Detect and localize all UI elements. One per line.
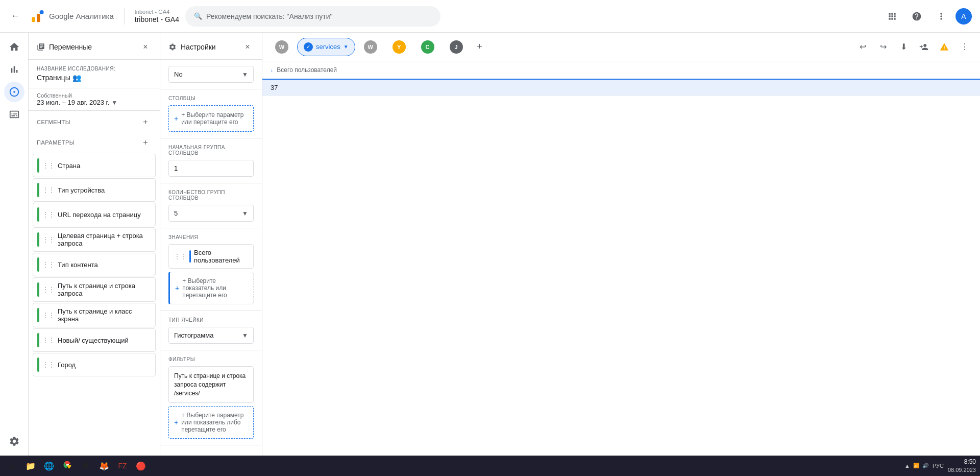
param-drag-handle: ⋮⋮ bbox=[42, 261, 55, 268]
cell-type-label: ТИП ЯЧЕЙКИ bbox=[168, 317, 254, 323]
sidebar-item-home[interactable] bbox=[4, 37, 24, 57]
param-label: Путь к странице и класс экрана bbox=[58, 307, 151, 323]
param-drag-handle: ⋮⋮ bbox=[42, 361, 55, 368]
tab-w1[interactable]: W bbox=[268, 36, 295, 58]
values-drop-target[interactable]: + + Выберите показатель или перетащите е… bbox=[168, 272, 254, 304]
add-tab-button[interactable]: + bbox=[472, 39, 488, 55]
param-item[interactable]: ⋮⋮ Целевая страница + строка запроса bbox=[33, 227, 156, 252]
start-group-input[interactable] bbox=[168, 160, 254, 177]
tab-w2[interactable]: W bbox=[357, 36, 384, 58]
param-item[interactable]: ⋮⋮ Путь к странице и строка запроса bbox=[33, 277, 156, 302]
param-item[interactable]: ⋮⋮ Тип устройства bbox=[33, 178, 156, 202]
cell-type-dropdown[interactable]: Гистограмма ▼ bbox=[168, 327, 254, 344]
filter-item[interactable]: Путь к странице и строка запроса содержи… bbox=[168, 366, 254, 403]
user-avatar[interactable]: A bbox=[955, 8, 972, 25]
download-button[interactable]: ⬇ bbox=[894, 38, 913, 56]
settings-close-button[interactable]: × bbox=[241, 41, 254, 53]
sidebar-item-advertising[interactable] bbox=[4, 104, 24, 125]
param-label: Страна bbox=[58, 162, 80, 170]
taskbar-opera[interactable]: 🔴 bbox=[133, 458, 149, 474]
settings-panel: Настройки × No ▼ СТОЛБЦЫ + + Выберите па… bbox=[160, 33, 262, 456]
variables-header: Переменные × bbox=[29, 33, 160, 60]
settings-panel-icon bbox=[168, 43, 177, 51]
settings-label: Настройки bbox=[181, 43, 216, 51]
param-green-bar bbox=[37, 232, 39, 247]
search-bar[interactable]: 🔍 Рекомендуем поискать: "Анализ пути" bbox=[185, 6, 440, 27]
cell-value: 37 bbox=[271, 84, 278, 91]
value-item-total-users[interactable]: ⋮⋮ Всего пользователей bbox=[168, 244, 254, 269]
segments-header: СЕГМЕНТЫ + bbox=[29, 111, 160, 131]
add-param-button[interactable]: + bbox=[139, 136, 152, 149]
param-item[interactable]: ⋮⋮ Тип контента bbox=[33, 253, 156, 276]
start-group-section: НАЧАЛЬНАЯ ГРУППА СТОЛБЦОВ bbox=[160, 138, 262, 183]
param-item[interactable]: ⋮⋮ Город bbox=[33, 353, 156, 376]
add-segment-button[interactable]: + bbox=[139, 116, 152, 128]
help-icon bbox=[912, 11, 922, 21]
param-label: Тип контента bbox=[58, 261, 98, 269]
sort-icon: ↓ bbox=[271, 67, 273, 73]
taskbar-files[interactable]: 📁 bbox=[22, 458, 39, 474]
property-selector[interactable]: tribonet - GA4 tribonet - GA4 bbox=[135, 9, 179, 24]
main-layout: Переменные × НАЗВАНИЕ ИССЛЕДОВАНИЯ: Стра… bbox=[0, 33, 980, 456]
back-button[interactable]: ← bbox=[8, 9, 22, 23]
columns-placeholder: + Выберите параметр или перетащите его bbox=[181, 111, 248, 126]
date-dropdown-arrow[interactable]: ▼ bbox=[111, 99, 117, 106]
opera-icon: 🔴 bbox=[136, 461, 146, 471]
taskbar-filezilla[interactable]: FZ bbox=[114, 458, 131, 474]
study-name-row: Страницы 👥 bbox=[37, 74, 152, 82]
firefox-icon: 🦊 bbox=[99, 461, 109, 471]
taskbar-chrome[interactable] bbox=[59, 458, 76, 474]
variables-close-button[interactable]: × bbox=[139, 41, 152, 53]
tab-services[interactable]: ✓ services ▼ bbox=[297, 38, 355, 56]
param-green-bar bbox=[37, 358, 39, 372]
taskbar-firefox[interactable]: 🦊 bbox=[96, 458, 112, 474]
num-groups-label: КОЛИЧЕСТВО ГРУПП СТОЛБЦОВ bbox=[168, 189, 254, 201]
tab-right-actions: ↩ ↪ ⬇ ⋮ bbox=[853, 38, 974, 56]
value-drag-handle: ⋮⋮ bbox=[174, 253, 186, 260]
param-label: Целевая страница + строка запроса bbox=[58, 232, 151, 247]
windows-icon: ⊞ bbox=[9, 461, 16, 471]
param-item[interactable]: ⋮⋮ Новый/ существующий bbox=[33, 328, 156, 352]
tab-j[interactable]: J bbox=[443, 36, 470, 58]
total-users-value: 37 bbox=[262, 79, 980, 96]
sidebar-item-reports[interactable] bbox=[4, 59, 24, 80]
explore-icon bbox=[9, 86, 20, 98]
column-header-label: Всего пользователей bbox=[277, 66, 337, 74]
warning-icon bbox=[940, 42, 949, 52]
apps-button[interactable] bbox=[882, 6, 902, 27]
share-user-button[interactable] bbox=[915, 38, 933, 56]
param-item[interactable]: ⋮⋮ Страна bbox=[33, 154, 156, 177]
redo-button[interactable]: ↪ bbox=[874, 38, 892, 56]
undo-button[interactable]: ↩ bbox=[853, 38, 872, 56]
filters-label: ФИЛЬТРЫ bbox=[168, 356, 254, 362]
param-label: Город bbox=[58, 361, 76, 369]
tab-w1-avatar: W bbox=[275, 40, 288, 54]
num-groups-dropdown[interactable]: 5 ▼ bbox=[168, 205, 254, 222]
filter-drop-target[interactable]: + + Выберите параметр или показатель либ… bbox=[168, 406, 254, 439]
svg-rect-2 bbox=[37, 14, 40, 22]
rows-dropdown[interactable]: No ▼ bbox=[168, 66, 254, 83]
column-header-total-users[interactable]: ↓ Всего пользователей bbox=[262, 61, 980, 79]
home-icon bbox=[9, 41, 20, 53]
tab-y[interactable]: Y bbox=[386, 36, 412, 58]
more-button[interactable] bbox=[931, 6, 951, 27]
network-icon: 📶 bbox=[913, 463, 919, 468]
date-label: Собственный bbox=[37, 92, 152, 99]
param-item[interactable]: ⋮⋮ Путь к странице и класс экрана bbox=[33, 303, 156, 327]
help-button[interactable] bbox=[906, 6, 927, 27]
date-value[interactable]: 23 июл. – 19 авг. 2023 г. ▼ bbox=[37, 99, 152, 106]
columns-drop-target[interactable]: + + Выберите параметр или перетащите его bbox=[168, 105, 254, 132]
tab-dropdown-icon: ▼ bbox=[344, 44, 349, 50]
app-title: Google Аналитика bbox=[49, 12, 114, 20]
sidebar-item-settings[interactable] bbox=[4, 431, 24, 451]
variables-icon bbox=[37, 43, 45, 51]
sidebar-item-explore[interactable] bbox=[4, 82, 24, 102]
param-item[interactable]: ⋮⋮ URL перехода на страницу bbox=[33, 203, 156, 226]
tab-c[interactable]: C bbox=[414, 36, 441, 58]
filter-placeholder: + Выберите параметр или показатель либо … bbox=[181, 412, 248, 433]
warning-button[interactable] bbox=[935, 38, 953, 56]
more-options-button[interactable]: ⋮ bbox=[955, 38, 974, 56]
taskbar-calc[interactable]: 🖩 bbox=[78, 458, 94, 474]
taskbar-browser[interactable]: 🌐 bbox=[41, 458, 57, 474]
start-button[interactable]: ⊞ bbox=[4, 458, 20, 474]
